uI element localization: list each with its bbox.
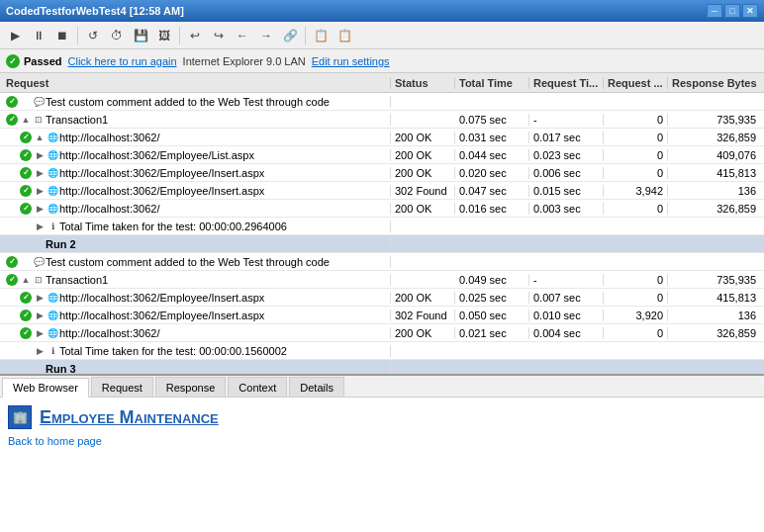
timer-button[interactable]: ⏱	[106, 25, 128, 46]
tab-details[interactable]: Details	[289, 377, 344, 397]
tab-context[interactable]: Context	[228, 377, 287, 397]
cell-request2: 0	[604, 167, 668, 179]
maximize-button[interactable]: □	[724, 4, 740, 18]
cell-requestti: 0.010 sec	[529, 310, 604, 321]
table-row[interactable]: ✓ ▶ 🌐 http://localhost:3062/Employee/Ins…	[0, 289, 764, 307]
table-row[interactable]: ✓ ▶ 🌐 http://localhost:3062/Employee/Ins…	[0, 164, 764, 182]
table-row[interactable]: ✓ ▶ 🌐 http://localhost:3062/Employee/Lis…	[0, 146, 764, 164]
cell-requestti: 0.004 sec	[529, 327, 604, 339]
cell-totaltime: 0.025 sec	[455, 292, 529, 304]
cell-totaltime: 0.021 sec	[455, 327, 529, 339]
tabs-bar: Web BrowserRequestResponseContextDetails	[0, 376, 764, 398]
cell-requestti: 0.007 sec	[529, 292, 604, 304]
toolbar: ▶ ⏸ ⏹ ↺ ⏱ 💾 🖼 ↩ ↪ ← → 🔗 📋 📋	[0, 22, 764, 49]
cell-status: 200 OK	[391, 132, 455, 143]
status-icon: ✓	[18, 167, 34, 179]
undo-button[interactable]: ↩	[184, 25, 206, 46]
tab-request[interactable]: Request	[91, 377, 153, 397]
cell-status: 200 OK	[391, 203, 455, 215]
run-again-link[interactable]: Click here to run again	[68, 55, 177, 67]
table-row[interactable]: Run 2	[0, 235, 764, 253]
back-button[interactable]: ←	[232, 25, 253, 46]
table-row[interactable]: ▶ ℹ Total Time taken for the test: 00:00…	[0, 342, 764, 360]
expand-icon: ▶	[34, 222, 46, 231]
web-icon: 🌐	[46, 168, 59, 178]
link-button[interactable]: 🔗	[279, 25, 301, 46]
expand-icon: ▶	[34, 310, 46, 320]
status-bar: ✓ Passed Click here to run again Interne…	[0, 49, 764, 73]
status-icon: ✓	[4, 256, 20, 268]
expand-icon: ▶	[34, 186, 46, 196]
page-icon: 🏢	[8, 405, 32, 429]
edit-settings-link[interactable]: Edit run settings	[312, 55, 390, 67]
cell-request2: 0	[604, 327, 668, 339]
table-row[interactable]: ▶ ℹ Total Time taken for the test: 00:00…	[0, 218, 764, 235]
tab-web-browser[interactable]: Web Browser	[2, 378, 89, 398]
header-requestti: Request Ti...	[529, 77, 604, 89]
cell-request: http://localhost:3062/	[59, 132, 391, 143]
table-row[interactable]: ✓ ▶ 🌐 http://localhost:3062/Employee/Ins…	[0, 182, 764, 200]
stop-button[interactable]: ⏹	[51, 25, 73, 46]
cell-status: 302 Found	[391, 310, 455, 321]
copy-button[interactable]: 📋	[310, 25, 332, 46]
web-icon: 🌐	[46, 328, 59, 338]
header-status: Status	[391, 77, 455, 89]
save-button[interactable]: 💾	[130, 25, 151, 46]
redo-button[interactable]: ↪	[208, 25, 230, 46]
expand-icon: ▶	[34, 168, 46, 178]
tab-content: 🏢 Employee Maintenance Back to home page	[0, 398, 764, 532]
table-row[interactable]: ✓ ▲ ⊡ Transaction1 0.049 sec - 0 735,935	[0, 271, 764, 289]
table-row[interactable]: ✓ ▲ 🌐 http://localhost:3062/ 200 OK 0.03…	[0, 129, 764, 146]
passed-icon: ✓	[6, 54, 20, 68]
expand-icon[interactable]: ▲	[20, 275, 32, 285]
cell-status: 200 OK	[391, 327, 455, 339]
table-row[interactable]: Run 3	[0, 360, 764, 374]
expand-icon: ▶	[34, 346, 46, 356]
expand-icon[interactable]: ▲	[34, 133, 46, 142]
image-button[interactable]: 🖼	[153, 25, 175, 46]
web-icon: 🌐	[46, 150, 59, 160]
cell-request: http://localhost:3062/	[59, 327, 391, 339]
status-icon: ✓	[4, 114, 20, 126]
cell-request: Test custom comment added to the Web Tes…	[46, 96, 391, 108]
status-icon: ✓	[18, 203, 34, 215]
status-icon: ✓	[18, 149, 34, 161]
minimize-button[interactable]: ─	[707, 4, 722, 18]
table-row[interactable]: ✓ ▲ ⊡ Transaction1 0.075 sec - 0 735,935	[0, 111, 764, 129]
cell-responsebytes: 136	[668, 310, 764, 321]
pause-button[interactable]: ⏸	[28, 25, 49, 46]
refresh-button[interactable]: ↺	[82, 25, 104, 46]
cell-responsebytes: 326,859	[668, 203, 764, 215]
status-icon: ✓	[18, 310, 34, 321]
cell-requestti: 0.015 sec	[529, 185, 604, 197]
table-header: Request Status Total Time Request Ti... …	[0, 73, 764, 93]
tab-response[interactable]: Response	[155, 377, 227, 397]
forward-button[interactable]: →	[255, 25, 277, 46]
cell-request2: 0	[604, 149, 668, 161]
table-row[interactable]: ✓ ▶ 🌐 http://localhost:3062/Employee/Ins…	[0, 307, 764, 324]
table-body[interactable]: ✓ 💬 Test custom comment added to the Web…	[0, 93, 764, 374]
main-area: Request Status Total Time Request Ti... …	[0, 73, 764, 532]
back-link[interactable]: Back to home page	[8, 435, 756, 447]
cell-responsebytes: 326,859	[668, 327, 764, 339]
cell-totaltime: 0.031 sec	[455, 132, 529, 143]
expand-icon: ▶	[34, 150, 46, 160]
table-row[interactable]: ✓ 💬 Test custom comment added to the Web…	[0, 93, 764, 111]
bottom-panel: Web BrowserRequestResponseContextDetails…	[0, 374, 764, 532]
cell-request: Transaction1	[46, 114, 391, 126]
expand-icon[interactable]: ▲	[20, 115, 32, 125]
table-row[interactable]: ✓ ▶ 🌐 http://localhost:3062/ 200 OK 0.01…	[0, 200, 764, 218]
cell-request2: 0	[604, 292, 668, 304]
table-row[interactable]: ✓ ▶ 🌐 http://localhost:3062/ 200 OK 0.02…	[0, 324, 764, 342]
paste-button[interactable]: 📋	[334, 25, 355, 46]
cell-request: http://localhost:3062/	[59, 203, 391, 215]
title-bar-text: CodedTestforWebTest4 [12:58 AM]	[6, 5, 184, 17]
cell-requestti: 0.003 sec	[529, 203, 604, 215]
cell-status: 200 OK	[391, 167, 455, 179]
cell-responsebytes: 735,935	[668, 274, 764, 286]
cell-responsebytes: 735,935	[668, 114, 764, 126]
table-row[interactable]: ✓ 💬 Test custom comment added to the Web…	[0, 253, 764, 271]
close-button[interactable]: ✕	[742, 4, 758, 18]
cell-request: http://localhost:3062/Employee/List.aspx	[59, 149, 391, 161]
run-button[interactable]: ▶	[4, 25, 26, 46]
